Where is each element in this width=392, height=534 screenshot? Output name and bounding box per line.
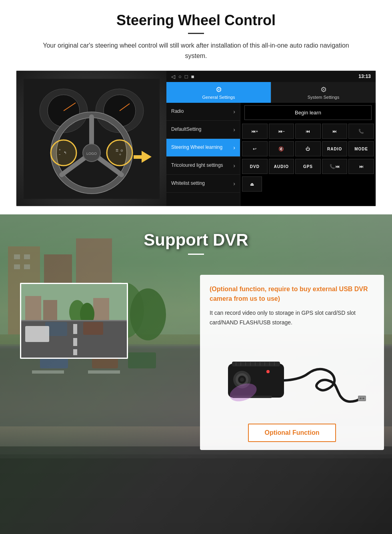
dvr-optional-label: (Optional function, require to buy exter…	[210, 284, 374, 304]
home-icon: ○	[178, 74, 182, 80]
svg-rect-78	[360, 398, 362, 399]
dvr-inset-photo	[20, 283, 128, 359]
svg-rect-46	[43, 300, 57, 320]
svg-point-73	[266, 370, 270, 373]
ctrl-vol-down[interactable]: ⏮−	[269, 124, 294, 139]
ctrl-phone-prev[interactable]: 📞⏮	[322, 159, 348, 174]
svg-text:−: −	[59, 153, 61, 156]
svg-text:LOGO: LOGO	[86, 152, 96, 156]
menu-item-tricoloured[interactable]: Tricoloured light settings ›	[166, 157, 240, 175]
svg-rect-45	[25, 296, 41, 320]
back-icon: ◁	[171, 74, 175, 80]
menu-item-whitelist[interactable]: Whitelist setting ›	[166, 175, 240, 193]
ctrl-mode[interactable]: MODE	[348, 141, 374, 156]
ctrl-next[interactable]: ⏭	[322, 124, 348, 139]
ctrl-gps[interactable]: GPS	[295, 159, 321, 174]
menu-item-tricoloured-label: Tricoloured light settings	[171, 162, 233, 169]
control-grid-row3: DVD AUDIO GPS 📞⏮ ⏭	[240, 158, 376, 175]
tab-system-label: System Settings	[308, 95, 339, 100]
system-settings-icon: ⚙	[320, 85, 327, 94]
svg-rect-52	[73, 338, 77, 346]
menu-arrow-whitelist: ›	[233, 180, 235, 187]
ctrl-eject[interactable]: ⏏	[242, 176, 262, 192]
begin-learn-row: Begin learn	[240, 103, 376, 122]
android-tabs[interactable]: ⚙ General Settings ⚙ System Settings	[166, 82, 376, 103]
ctrl-power[interactable]: ⏻	[295, 141, 321, 156]
statusbar-nav-icons: ◁ ○ □ ■	[171, 74, 194, 80]
menu-arrow-defaultsetting: ›	[233, 126, 235, 133]
menu-item-whitelist-label: Whitelist setting	[171, 180, 233, 187]
dvr-inset-road	[21, 284, 127, 358]
steering-demo-panel: LOGO + − ↰ ☰ ⊙ ✧	[16, 70, 376, 206]
ctrl-mute[interactable]: 🔇	[269, 141, 294, 156]
menu-item-steering[interactable]: Steering Wheel learning ›	[166, 139, 240, 157]
svg-text:☰: ☰	[116, 149, 118, 152]
steering-wheel-photo: LOGO + − ↰ ☰ ⊙ ✧	[16, 71, 166, 206]
svg-rect-53	[73, 349, 77, 355]
svg-rect-59	[232, 362, 280, 366]
begin-learn-button[interactable]: Begin learn	[244, 105, 372, 120]
ctrl-vol-up[interactable]: ⏮+	[242, 124, 268, 139]
menu-icon: ■	[191, 74, 194, 80]
svg-text:⊙: ⊙	[120, 149, 123, 152]
menu-item-defaultsetting[interactable]: DefaultSetting ›	[166, 121, 240, 139]
dvr-section-title: Support DVR	[0, 230, 392, 250]
ctrl-audio[interactable]: AUDIO	[269, 159, 294, 174]
dvr-camera-visual	[210, 336, 374, 416]
svg-rect-42	[0, 454, 392, 534]
title-divider	[188, 33, 204, 34]
control-grid-row2: ↩ 🔇 ⏻ RADIO MODE	[240, 140, 376, 158]
svg-rect-51	[73, 324, 77, 334]
dvr-title-divider	[188, 254, 204, 255]
section-dvr: Support DVR	[0, 214, 392, 534]
android-statusbar: ◁ ○ □ ■ 13:13	[166, 71, 376, 82]
dvr-info-card: (Optional function, require to buy exter…	[200, 275, 384, 450]
svg-rect-57	[21, 320, 128, 321]
menu-arrow-steering: ›	[233, 144, 235, 151]
svg-rect-55	[83, 322, 103, 335]
ctrl-next2[interactable]: ⏭	[348, 159, 374, 174]
tab-general-label: General Settings	[202, 95, 235, 100]
control-grid-row4: ⏏	[240, 175, 376, 193]
svg-text:✧: ✧	[119, 153, 122, 156]
dvr-camera-svg	[216, 340, 368, 412]
menu-item-steering-label: Steering Wheel learning	[171, 144, 233, 151]
tab-general-settings[interactable]: ⚙ General Settings	[166, 82, 271, 103]
svg-point-72	[240, 378, 244, 382]
svg-rect-56	[25, 326, 49, 342]
menu-arrow-tricoloured: ›	[233, 162, 235, 169]
statusbar-time: 13:13	[358, 74, 371, 79]
section1-title: Steering Wheel Control	[16, 12, 376, 29]
inset-road-svg	[21, 284, 128, 359]
dvr-title-area: Support DVR	[0, 214, 392, 263]
android-panel: ◁ ○ □ ■ 13:13 ⚙ General Settings ⚙ Syste…	[166, 71, 376, 206]
ctrl-phone[interactable]: 📞	[348, 124, 374, 139]
ctrl-prev[interactable]: ⏮	[295, 124, 321, 139]
menu-item-defaultsetting-label: DefaultSetting	[171, 126, 233, 133]
menu-item-radio[interactable]: Radio ›	[166, 103, 240, 121]
general-settings-icon: ⚙	[216, 85, 222, 94]
svg-text:+: +	[59, 148, 61, 152]
svg-rect-23	[134, 155, 144, 159]
tab-system-settings[interactable]: ⚙ System Settings	[271, 82, 376, 103]
control-grid-row1: ⏮+ ⏮− ⏮ ⏭ 📞	[240, 122, 376, 140]
android-control-buttons: Begin learn ⏮+ ⏮− ⏮ ⏭ 📞 ↩ 🔇 ⏻	[240, 103, 376, 206]
svg-rect-79	[362, 398, 364, 399]
dvr-content-area: (Optional function, require to buy exter…	[0, 263, 392, 462]
android-content: Radio › DefaultSetting › Steering Wheel …	[166, 103, 376, 206]
menu-item-radio-label: Radio	[171, 108, 233, 115]
steering-wheel-svg: LOGO + − ↰ ☰ ⊙ ✧	[24, 79, 160, 199]
optional-function-button[interactable]: Optional Function	[248, 424, 336, 442]
section1-subtitle: Your original car's steering wheel contr…	[32, 40, 360, 61]
svg-rect-47	[93, 298, 109, 320]
ctrl-dvd[interactable]: DVD	[242, 159, 268, 174]
svg-text:↰: ↰	[64, 151, 67, 155]
menu-arrow-radio: ›	[233, 108, 235, 115]
steering-photo-bg: LOGO + − ↰ ☰ ⊙ ✧	[16, 71, 166, 206]
ctrl-radio[interactable]: RADIO	[322, 141, 348, 156]
dvr-description: It can record video only to storage in G…	[210, 308, 374, 328]
android-menu: Radio › DefaultSetting › Steering Wheel …	[166, 103, 240, 206]
recents-icon: □	[185, 74, 188, 80]
section-steering: Steering Wheel Control Your original car…	[0, 0, 392, 214]
ctrl-back[interactable]: ↩	[242, 141, 268, 156]
